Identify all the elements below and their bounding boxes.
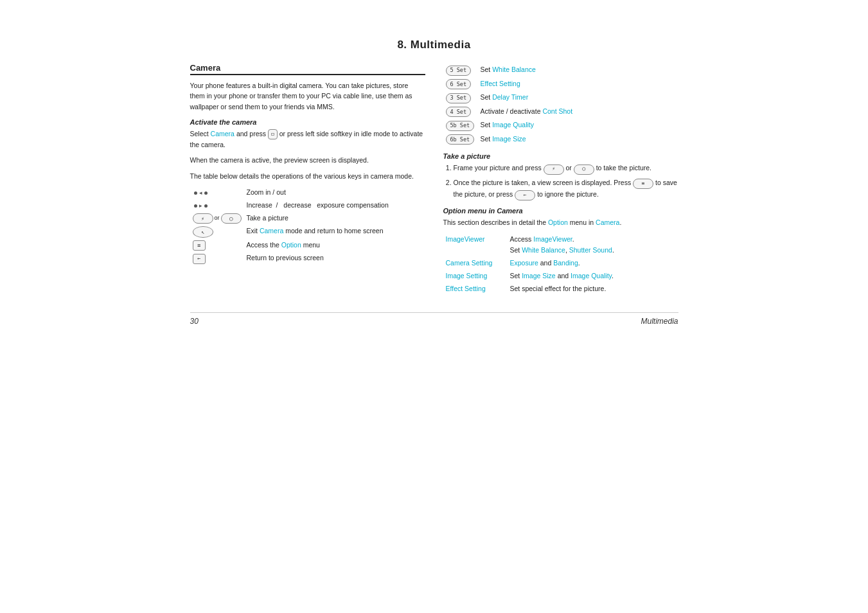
key-cell: ▸ bbox=[190, 199, 244, 212]
table-row: ← Return to previous screen bbox=[190, 252, 425, 265]
option-menu-intro: This section describes in detail the Opt… bbox=[443, 217, 678, 227]
table-row: 6 Set Effect Setting bbox=[443, 77, 678, 91]
icon-desc: Set White Balance bbox=[478, 63, 678, 77]
wb-icon: 5 Set bbox=[446, 66, 472, 76]
keys-table: ◂ Zoom in / out ▸ bbox=[190, 186, 425, 265]
key-desc: Exit Camera mode and return to home scre… bbox=[244, 225, 425, 239]
dots-lr-icon: ◂ bbox=[193, 189, 209, 198]
img-quality-icon: 5b Set bbox=[446, 121, 475, 131]
icon-cell: 6b Set bbox=[443, 132, 478, 147]
table-row: 5 Set Set White Balance bbox=[443, 63, 678, 77]
exposure-link[interactable]: Exposure bbox=[510, 259, 538, 267]
key-desc: Return to previous screen bbox=[244, 252, 425, 265]
cont-icon: 4 Set bbox=[446, 107, 472, 117]
icon-desc: Activate / deactivate Cont Shot bbox=[478, 105, 678, 119]
effect-setting-link2[interactable]: Effect Setting bbox=[446, 285, 486, 292]
image-size-link[interactable]: Image Size bbox=[492, 135, 526, 143]
option-menu-title: Option menu in Camera bbox=[443, 207, 678, 215]
cam-icon: ⚡ bbox=[544, 164, 564, 175]
key-cell: ↖ bbox=[190, 225, 244, 239]
left-col: Camera Your phone features a built-in di… bbox=[190, 63, 425, 301]
option-label: Effect Setting bbox=[443, 282, 508, 295]
image-quality-link2[interactable]: Image Quality bbox=[571, 272, 612, 280]
list-item: Once the picture is taken, a view screen… bbox=[454, 177, 678, 200]
content-wrap: 8. Multimedia Camera Your phone features… bbox=[190, 39, 678, 326]
icon-cell: 5b Set bbox=[443, 118, 478, 132]
table-row: Effect Setting Set special effect for th… bbox=[443, 282, 678, 295]
exit-icon: ↖ bbox=[193, 226, 213, 238]
option-label: Image Setting bbox=[443, 269, 508, 282]
key-desc: Access the Option menu bbox=[244, 239, 425, 252]
table-row: ImageViewer Access ImageViewer. Set Whit… bbox=[443, 233, 678, 256]
right-col: 5 Set Set White Balance 6 Set Effect Set… bbox=[443, 63, 678, 301]
table-row: 6b Set Set Image Size bbox=[443, 132, 678, 147]
key-desc: Increase / decrease exposure compensatio… bbox=[244, 199, 425, 212]
camera-section-title: Camera bbox=[190, 63, 425, 75]
key-desc: Take a picture bbox=[244, 212, 425, 225]
table-row: 3 Set Set Delay Timer bbox=[443, 91, 678, 105]
cont-shot-link[interactable]: Cont Shot bbox=[542, 107, 572, 115]
delay-timer-link[interactable]: Delay Timer bbox=[492, 93, 528, 101]
shutter-link[interactable]: Shutter Sound bbox=[569, 246, 612, 254]
footer: 30 Multimedia bbox=[190, 312, 678, 326]
table-row: ≡ Access the Option menu bbox=[190, 239, 425, 252]
option-label: Camera Setting bbox=[443, 256, 508, 269]
effect-setting-link[interactable]: Effect Setting bbox=[481, 80, 520, 87]
img-size-icon: 6b Set bbox=[446, 134, 475, 145]
dots-ud-icon: ▸ bbox=[193, 202, 209, 211]
icon-cell: 6 Set bbox=[443, 77, 478, 91]
table-row: ⚡ or ◯ Take a picture bbox=[190, 212, 425, 225]
ok-btn-icon: ◯ bbox=[221, 213, 242, 224]
option-desc: Access ImageViewer. Set White Balance, S… bbox=[508, 233, 678, 256]
table-row: 4 Set Activate / deactivate Cont Shot bbox=[443, 105, 678, 119]
banding-link[interactable]: Banding bbox=[553, 259, 578, 267]
wb-link2[interactable]: White Balance bbox=[522, 246, 565, 254]
key-desc: Zoom in / out bbox=[244, 186, 425, 199]
icon-desc: Effect Setting bbox=[478, 77, 678, 91]
image-setting-link[interactable]: Image Setting bbox=[446, 272, 488, 280]
option-menu-icon: ≡ bbox=[193, 240, 206, 251]
icon-desc: Set Image Quality bbox=[478, 118, 678, 132]
table-row: ▸ Increase / decrease exposure compensat… bbox=[190, 199, 425, 212]
ok-icon: ◯ bbox=[574, 164, 594, 175]
activate-text3: The table below details the operations o… bbox=[190, 171, 425, 181]
white-balance-link[interactable]: White Balance bbox=[492, 66, 536, 73]
activate-title: Activate the camera bbox=[190, 118, 425, 126]
footer-section: Multimedia bbox=[641, 317, 678, 326]
image-size-link2[interactable]: Image Size bbox=[522, 272, 556, 280]
take-picture-title: Take a picture bbox=[443, 152, 678, 160]
take-picture-list: Frame your picture and press ⚡ or ◯ to t… bbox=[443, 163, 678, 200]
effect-icon: 6 Set bbox=[446, 79, 472, 89]
icon-desc: Set Image Size bbox=[478, 132, 678, 147]
softkey-icon: ◻ bbox=[268, 129, 278, 139]
intro-text: Your phone features a built-in digital c… bbox=[190, 80, 425, 112]
right-icon-table: 5 Set Set White Balance 6 Set Effect Set… bbox=[443, 63, 678, 146]
camera-setting-link[interactable]: Camera Setting bbox=[446, 259, 493, 267]
option-items-table: ImageViewer Access ImageViewer. Set Whit… bbox=[443, 233, 678, 295]
activate-text2: When the camera is active, the preview s… bbox=[190, 155, 425, 165]
image-quality-link[interactable]: Image Quality bbox=[492, 121, 534, 129]
option-link[interactable]: Option bbox=[281, 241, 301, 249]
imageviewer-link2[interactable]: ImageViewer bbox=[533, 235, 572, 243]
table-row: ◂ Zoom in / out bbox=[190, 186, 425, 199]
page: 8. Multimedia Camera Your phone features… bbox=[0, 0, 868, 613]
option-desc: Exposure and Banding. bbox=[508, 256, 678, 269]
back-icon: ← bbox=[193, 254, 206, 264]
chapter-title: 8. Multimedia bbox=[397, 39, 470, 51]
icon-cell: 5 Set bbox=[443, 63, 478, 77]
camera-link2[interactable]: Camera bbox=[260, 227, 283, 235]
icon-desc: Set Delay Timer bbox=[478, 91, 678, 105]
key-cell: ← bbox=[190, 252, 244, 265]
key-cell: ◂ bbox=[190, 186, 244, 199]
icon-cell: 3 Set bbox=[443, 91, 478, 105]
activate-text1: Select Camera and press ◻ or press left … bbox=[190, 129, 425, 150]
camera-link3[interactable]: Camera bbox=[596, 218, 619, 226]
option-desc: Set Image Size and Image Quality. bbox=[508, 269, 678, 282]
save-icon: ≡ bbox=[633, 179, 653, 189]
imageviewer-link[interactable]: ImageViewer bbox=[446, 235, 485, 243]
option-link2[interactable]: Option bbox=[548, 218, 568, 226]
camera-link[interactable]: Camera bbox=[211, 130, 235, 138]
camera-shutter-icon: ⚡ bbox=[193, 213, 213, 224]
table-row: Camera Setting Exposure and Banding. bbox=[443, 256, 678, 269]
key-cell: ⚡ or ◯ bbox=[190, 212, 244, 225]
